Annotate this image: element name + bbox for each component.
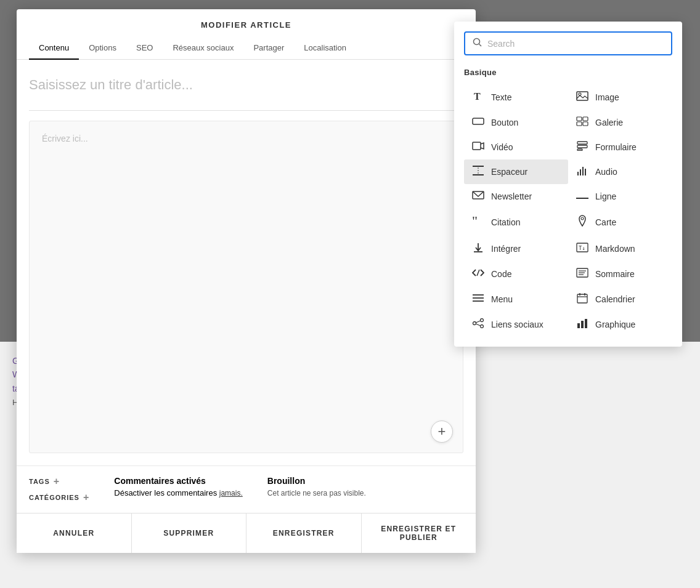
article-editor-modal: MODIFIER ARTICLE Contenu Options SEO Rés… bbox=[17, 9, 476, 553]
comments-never-link[interactable]: jamais. bbox=[219, 489, 243, 497]
block-item-markdown[interactable]: T↓ Markdown bbox=[568, 236, 672, 262]
spacer-icon bbox=[471, 166, 485, 178]
block-item-citation[interactable]: " Citation bbox=[464, 209, 568, 236]
svg-rect-5 bbox=[473, 118, 484, 124]
block-item-sommaire[interactable]: Sommaire bbox=[568, 262, 672, 286]
block-item-integrer[interactable]: Intégrer bbox=[464, 236, 568, 262]
social-icon bbox=[471, 318, 485, 331]
svg-text:T↓: T↓ bbox=[579, 245, 585, 251]
add-tag-button[interactable]: + bbox=[54, 476, 60, 487]
tab-localisation[interactable]: Localisation bbox=[294, 37, 356, 60]
svg-rect-47 bbox=[581, 321, 584, 328]
tab-reseaux[interactable]: Réseaux sociaux bbox=[163, 37, 243, 60]
tab-seo[interactable]: SEO bbox=[126, 37, 163, 60]
ligne-label: Ligne bbox=[595, 191, 616, 201]
svg-rect-13 bbox=[577, 149, 582, 151]
block-item-ligne[interactable]: Ligne bbox=[568, 184, 672, 209]
svg-point-0 bbox=[474, 39, 480, 45]
tab-contenu[interactable]: Contenu bbox=[29, 37, 79, 60]
block-item-texte[interactable]: T Texte bbox=[464, 84, 568, 110]
block-item-galerie[interactable]: Galerie bbox=[568, 110, 672, 135]
modal-body: ⊞ Écrivez ici... + bbox=[17, 60, 476, 465]
espaceur-label: Espaceur bbox=[491, 167, 527, 177]
tab-options[interactable]: Options bbox=[79, 37, 126, 60]
image-icon bbox=[576, 91, 589, 103]
block-item-espaceur[interactable]: Espaceur bbox=[464, 159, 568, 184]
svg-rect-46 bbox=[577, 323, 580, 328]
search-icon bbox=[473, 38, 482, 49]
bouton-label: Bouton bbox=[491, 118, 518, 127]
button-icon bbox=[471, 117, 485, 128]
markdown-label: Markdown bbox=[595, 244, 635, 254]
block-item-calendrier[interactable]: Calendrier bbox=[568, 286, 672, 312]
menu-icon bbox=[471, 294, 485, 305]
svg-rect-48 bbox=[585, 319, 587, 328]
block-item-menu[interactable]: Menu bbox=[464, 286, 568, 312]
code-icon bbox=[471, 268, 485, 280]
search-box[interactable] bbox=[464, 31, 672, 55]
categories-row: CATÉGORIES + bbox=[29, 492, 89, 503]
annuler-button[interactable]: ANNULER bbox=[17, 513, 132, 553]
gallery-icon bbox=[576, 116, 589, 129]
svg-rect-12 bbox=[577, 145, 587, 148]
article-title-input[interactable] bbox=[29, 72, 454, 98]
block-item-video[interactable]: Vidéo bbox=[464, 135, 568, 159]
draft-sub: Cet article ne sera pas visible. bbox=[267, 489, 366, 497]
audio-icon bbox=[576, 166, 589, 178]
block-item-liens-sociaux[interactable]: Liens sociaux bbox=[464, 312, 568, 337]
svg-rect-7 bbox=[583, 117, 588, 121]
enregistrer-publier-button[interactable]: ENREGISTRER ET PUBLIER bbox=[362, 513, 476, 553]
draft-meta: Brouillon Cet article ne sera pas visibl… bbox=[267, 476, 366, 497]
block-item-bouton[interactable]: Bouton bbox=[464, 110, 568, 135]
section-basique-title: Basique bbox=[464, 68, 672, 77]
svg-point-43 bbox=[481, 325, 484, 328]
calendar-icon bbox=[576, 292, 589, 306]
title-row: ⊞ bbox=[29, 72, 463, 111]
block-item-image[interactable]: Image bbox=[568, 84, 672, 110]
formulaire-label: Formulaire bbox=[595, 142, 637, 152]
galerie-label: Galerie bbox=[595, 118, 623, 127]
comments-meta: Commentaires activés Désactiver les comm… bbox=[114, 476, 243, 497]
svg-rect-20 bbox=[585, 169, 586, 175]
block-item-newsletter[interactable]: Newsletter bbox=[464, 184, 568, 209]
modal-actions: ANNULER SUPPRIMER ENREGISTRER ENREGISTRE… bbox=[17, 513, 476, 553]
svg-rect-9 bbox=[583, 122, 588, 126]
block-item-carte[interactable]: Carte bbox=[568, 209, 672, 236]
svg-rect-37 bbox=[577, 294, 587, 303]
line-icon bbox=[576, 191, 589, 202]
svg-text:": " bbox=[472, 215, 478, 227]
search-input[interactable] bbox=[487, 39, 664, 49]
add-category-button[interactable]: + bbox=[83, 492, 89, 503]
block-item-code[interactable]: Code bbox=[464, 262, 568, 286]
add-block-button[interactable]: + bbox=[431, 421, 453, 443]
texte-label: Texte bbox=[491, 92, 511, 102]
block-item-audio[interactable]: Audio bbox=[568, 159, 672, 184]
editor-area[interactable]: Écrivez ici... + bbox=[29, 121, 463, 453]
carte-label: Carte bbox=[595, 217, 616, 227]
newsletter-label: Newsletter bbox=[491, 191, 532, 201]
integrer-label: Intégrer bbox=[491, 244, 521, 254]
supprimer-button[interactable]: SUPPRIMER bbox=[132, 513, 247, 553]
chart-icon bbox=[576, 318, 589, 331]
tab-partager[interactable]: Partager bbox=[243, 37, 294, 60]
comments-title: Commentaires activés bbox=[114, 476, 243, 486]
map-icon bbox=[576, 215, 589, 230]
calendrier-label: Calendrier bbox=[595, 294, 635, 304]
graphique-label: Graphique bbox=[595, 320, 635, 329]
block-items-grid: T Texte Image Bouton Galerie bbox=[464, 84, 672, 337]
code-label: Code bbox=[491, 269, 511, 279]
editor-placeholder: Écrivez ici... bbox=[42, 134, 450, 143]
citation-label: Citation bbox=[491, 217, 520, 227]
svg-text:T: T bbox=[474, 91, 481, 102]
block-item-graphique[interactable]: Graphique bbox=[568, 312, 672, 337]
citation-icon: " bbox=[471, 215, 485, 229]
svg-line-1 bbox=[479, 44, 482, 47]
svg-line-29 bbox=[477, 270, 479, 276]
block-item-formulaire[interactable]: Formulaire bbox=[568, 135, 672, 159]
enregistrer-button[interactable]: ENREGISTRER bbox=[246, 513, 362, 553]
markdown-icon: T↓ bbox=[576, 243, 589, 255]
tags-label: TAGS bbox=[29, 478, 50, 485]
newsletter-icon bbox=[471, 190, 485, 203]
form-icon bbox=[576, 141, 589, 153]
modal-footer-meta: TAGS + CATÉGORIES + Commentaires activés… bbox=[17, 465, 476, 513]
